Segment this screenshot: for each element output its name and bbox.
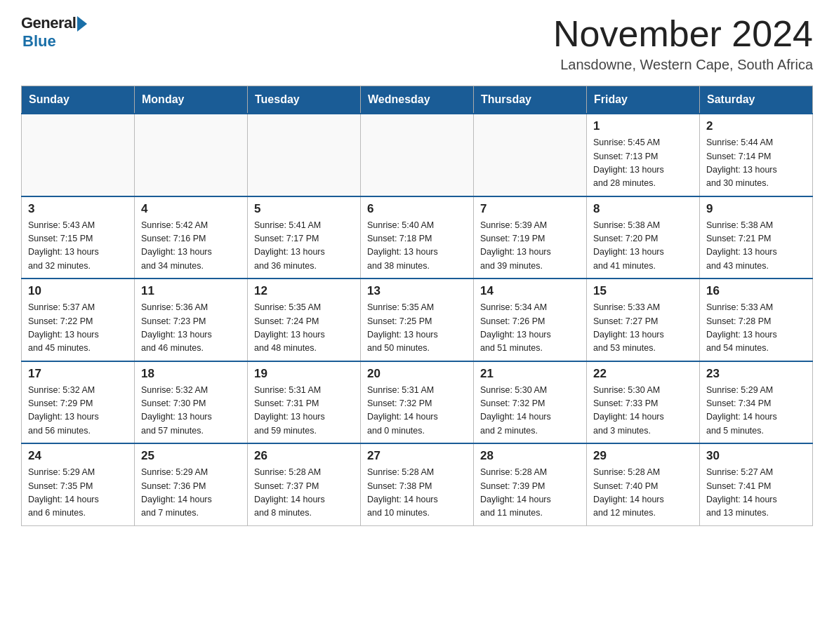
calendar-cell: 18Sunrise: 5:32 AM Sunset: 7:30 PM Dayli…: [135, 361, 248, 444]
calendar-cell: 1Sunrise: 5:45 AM Sunset: 7:13 PM Daylig…: [587, 114, 700, 196]
day-number: 30: [706, 449, 806, 463]
calendar-cell: 10Sunrise: 5:37 AM Sunset: 7:22 PM Dayli…: [22, 279, 135, 361]
day-number: 25: [141, 449, 241, 463]
day-info: Sunrise: 5:31 AM Sunset: 7:32 PM Dayligh…: [367, 384, 467, 438]
weekday-header-row: SundayMondayTuesdayWednesdayThursdayFrid…: [22, 86, 813, 114]
calendar-cell: 7Sunrise: 5:39 AM Sunset: 7:19 PM Daylig…: [474, 196, 587, 279]
day-number: 19: [254, 367, 354, 381]
calendar-cell: 16Sunrise: 5:33 AM Sunset: 7:28 PM Dayli…: [700, 279, 813, 361]
day-info: Sunrise: 5:28 AM Sunset: 7:37 PM Dayligh…: [254, 466, 354, 521]
calendar-cell: [361, 114, 474, 196]
calendar-cell: 24Sunrise: 5:29 AM Sunset: 7:35 PM Dayli…: [22, 443, 135, 525]
weekday-header-wednesday: Wednesday: [361, 86, 474, 114]
day-number: 26: [254, 449, 354, 463]
day-number: 23: [706, 367, 806, 381]
calendar-cell: 9Sunrise: 5:38 AM Sunset: 7:21 PM Daylig…: [700, 196, 813, 279]
calendar-cell: 29Sunrise: 5:28 AM Sunset: 7:40 PM Dayli…: [587, 443, 700, 525]
calendar-cell: 30Sunrise: 5:27 AM Sunset: 7:41 PM Dayli…: [700, 443, 813, 525]
calendar-cell: 22Sunrise: 5:30 AM Sunset: 7:33 PM Dayli…: [587, 361, 700, 444]
day-number: 21: [480, 367, 580, 381]
calendar-cell: [135, 114, 248, 196]
day-number: 4: [141, 202, 241, 216]
day-info: Sunrise: 5:36 AM Sunset: 7:23 PM Dayligh…: [141, 301, 241, 356]
day-number: 17: [28, 367, 128, 381]
day-number: 8: [593, 202, 693, 216]
weekday-header-monday: Monday: [135, 86, 248, 114]
day-info: Sunrise: 5:45 AM Sunset: 7:13 PM Dayligh…: [593, 136, 693, 191]
calendar-cell: 6Sunrise: 5:40 AM Sunset: 7:18 PM Daylig…: [361, 196, 474, 279]
day-info: Sunrise: 5:34 AM Sunset: 7:26 PM Dayligh…: [480, 301, 580, 356]
calendar-week-row: 3Sunrise: 5:43 AM Sunset: 7:15 PM Daylig…: [22, 196, 813, 279]
calendar-cell: 3Sunrise: 5:43 AM Sunset: 7:15 PM Daylig…: [22, 196, 135, 279]
calendar-cell: 19Sunrise: 5:31 AM Sunset: 7:31 PM Dayli…: [248, 361, 361, 444]
day-number: 10: [28, 284, 128, 298]
calendar-week-row: 24Sunrise: 5:29 AM Sunset: 7:35 PM Dayli…: [22, 443, 813, 525]
calendar-cell: [248, 114, 361, 196]
day-info: Sunrise: 5:27 AM Sunset: 7:41 PM Dayligh…: [706, 466, 806, 521]
logo-blue-text: Blue: [22, 32, 87, 51]
page-header: General Blue November 2024 Lansdowne, We…: [21, 14, 813, 73]
calendar-week-row: 17Sunrise: 5:32 AM Sunset: 7:29 PM Dayli…: [22, 361, 813, 444]
day-number: 13: [367, 284, 467, 298]
day-info: Sunrise: 5:39 AM Sunset: 7:19 PM Dayligh…: [480, 219, 580, 274]
calendar-cell: 28Sunrise: 5:28 AM Sunset: 7:39 PM Dayli…: [474, 443, 587, 525]
day-info: Sunrise: 5:32 AM Sunset: 7:29 PM Dayligh…: [28, 384, 128, 438]
day-number: 7: [480, 202, 580, 216]
day-number: 27: [367, 449, 467, 463]
day-number: 5: [254, 202, 354, 216]
calendar-week-row: 1Sunrise: 5:45 AM Sunset: 7:13 PM Daylig…: [22, 114, 813, 196]
day-number: 20: [367, 367, 467, 381]
day-info: Sunrise: 5:29 AM Sunset: 7:35 PM Dayligh…: [28, 466, 128, 521]
calendar-cell: 11Sunrise: 5:36 AM Sunset: 7:23 PM Dayli…: [135, 279, 248, 361]
weekday-header-saturday: Saturday: [700, 86, 813, 114]
calendar-table: SundayMondayTuesdayWednesdayThursdayFrid…: [21, 86, 813, 526]
calendar-cell: [474, 114, 587, 196]
calendar-cell: 15Sunrise: 5:33 AM Sunset: 7:27 PM Dayli…: [587, 279, 700, 361]
day-number: 15: [593, 284, 693, 298]
calendar-cell: 14Sunrise: 5:34 AM Sunset: 7:26 PM Dayli…: [474, 279, 587, 361]
day-info: Sunrise: 5:44 AM Sunset: 7:14 PM Dayligh…: [706, 136, 806, 191]
day-number: 6: [367, 202, 467, 216]
day-number: 14: [480, 284, 580, 298]
day-info: Sunrise: 5:35 AM Sunset: 7:24 PM Dayligh…: [254, 301, 354, 356]
day-info: Sunrise: 5:28 AM Sunset: 7:40 PM Dayligh…: [593, 466, 693, 521]
day-info: Sunrise: 5:41 AM Sunset: 7:17 PM Dayligh…: [254, 219, 354, 274]
day-info: Sunrise: 5:32 AM Sunset: 7:30 PM Dayligh…: [141, 384, 241, 438]
day-number: 28: [480, 449, 580, 463]
calendar-cell: 4Sunrise: 5:42 AM Sunset: 7:16 PM Daylig…: [135, 196, 248, 279]
calendar-cell: 20Sunrise: 5:31 AM Sunset: 7:32 PM Dayli…: [361, 361, 474, 444]
day-info: Sunrise: 5:30 AM Sunset: 7:32 PM Dayligh…: [480, 384, 580, 438]
day-number: 29: [593, 449, 693, 463]
calendar-cell: 8Sunrise: 5:38 AM Sunset: 7:20 PM Daylig…: [587, 196, 700, 279]
calendar-cell: 12Sunrise: 5:35 AM Sunset: 7:24 PM Dayli…: [248, 279, 361, 361]
calendar-cell: 5Sunrise: 5:41 AM Sunset: 7:17 PM Daylig…: [248, 196, 361, 279]
calendar-cell: 25Sunrise: 5:29 AM Sunset: 7:36 PM Dayli…: [135, 443, 248, 525]
day-info: Sunrise: 5:35 AM Sunset: 7:25 PM Dayligh…: [367, 301, 467, 356]
day-number: 2: [706, 119, 806, 133]
day-info: Sunrise: 5:38 AM Sunset: 7:20 PM Dayligh…: [593, 219, 693, 274]
calendar-cell: 13Sunrise: 5:35 AM Sunset: 7:25 PM Dayli…: [361, 279, 474, 361]
calendar-cell: 27Sunrise: 5:28 AM Sunset: 7:38 PM Dayli…: [361, 443, 474, 525]
day-info: Sunrise: 5:38 AM Sunset: 7:21 PM Dayligh…: [706, 219, 806, 274]
day-info: Sunrise: 5:28 AM Sunset: 7:39 PM Dayligh…: [480, 466, 580, 521]
day-info: Sunrise: 5:42 AM Sunset: 7:16 PM Dayligh…: [141, 219, 241, 274]
day-info: Sunrise: 5:33 AM Sunset: 7:28 PM Dayligh…: [706, 301, 806, 356]
calendar-cell: [22, 114, 135, 196]
calendar-cell: 17Sunrise: 5:32 AM Sunset: 7:29 PM Dayli…: [22, 361, 135, 444]
title-block: November 2024 Lansdowne, Western Cape, S…: [553, 14, 813, 73]
calendar-week-row: 10Sunrise: 5:37 AM Sunset: 7:22 PM Dayli…: [22, 279, 813, 361]
day-number: 12: [254, 284, 354, 298]
weekday-header-thursday: Thursday: [474, 86, 587, 114]
weekday-header-friday: Friday: [587, 86, 700, 114]
logo-general-text: General: [21, 14, 76, 32]
day-info: Sunrise: 5:29 AM Sunset: 7:34 PM Dayligh…: [706, 384, 806, 438]
day-info: Sunrise: 5:29 AM Sunset: 7:36 PM Dayligh…: [141, 466, 241, 521]
day-number: 16: [706, 284, 806, 298]
day-info: Sunrise: 5:37 AM Sunset: 7:22 PM Dayligh…: [28, 301, 128, 356]
logo-arrow-icon: [77, 16, 87, 32]
location-subtitle: Lansdowne, Western Cape, South Africa: [553, 57, 813, 73]
logo: General Blue: [21, 14, 87, 51]
calendar-cell: 2Sunrise: 5:44 AM Sunset: 7:14 PM Daylig…: [700, 114, 813, 196]
day-number: 18: [141, 367, 241, 381]
day-number: 9: [706, 202, 806, 216]
